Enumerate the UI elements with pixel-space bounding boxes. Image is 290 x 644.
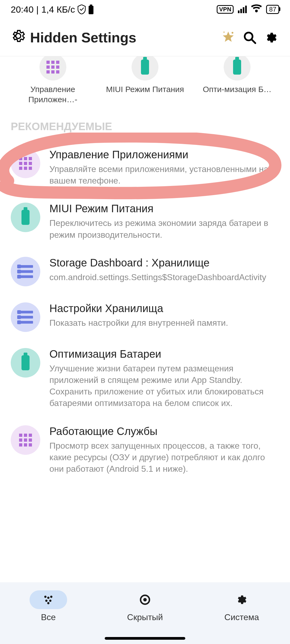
gesture-handle[interactable] (105, 637, 185, 640)
app-header: Hidden Settings (0, 19, 290, 56)
status-speed: 1,4 КБ/с (41, 4, 75, 15)
svg-rect-1 (90, 5, 92, 6)
storage-icon (11, 302, 40, 332)
nav-label: Скрытый (127, 612, 163, 622)
battery-full-icon (88, 5, 94, 14)
vpn-icon: VPN (217, 5, 234, 14)
item-desc: com.android.settings.Settings$StorageDas… (49, 272, 279, 283)
svg-point-10 (49, 599, 51, 602)
svg-rect-0 (89, 6, 93, 14)
status-bar: 20:40 | 1,4 КБ/с VPN 87 (0, 0, 290, 19)
app-title: Hidden Settings (11, 28, 215, 47)
grid-icon (11, 149, 40, 178)
nav-label: Система (224, 612, 259, 622)
shortcut-label: Управление Приложен…- (8, 84, 97, 104)
shortcut-label: Опти-мизация Б… (203, 84, 271, 94)
svg-point-7 (47, 597, 49, 599)
battery-icon (132, 56, 158, 80)
storage-icon (11, 257, 40, 286)
shortcut-app-management[interactable]: Управление Приложен…- (8, 56, 97, 104)
status-left: 20:40 | 1,4 КБ/с (11, 4, 94, 15)
item-storage-dashboard[interactable]: Storage Dashboard : Хранилище com.androi… (0, 249, 290, 294)
svg-point-6 (44, 596, 46, 598)
item-battery-optimization[interactable]: Оптимизация Батареи Улучшение жизни бата… (0, 340, 290, 417)
svg-point-11 (47, 602, 49, 604)
nav-system[interactable]: Система (223, 590, 260, 622)
svg-line-5 (251, 39, 255, 43)
grid-icon (11, 425, 40, 455)
dots-icon (30, 590, 67, 609)
battery-icon (11, 203, 40, 232)
item-desc: Показать настройки для внутренней памяти… (49, 317, 279, 329)
gear-outline-icon (11, 28, 26, 47)
shortcut-miui-power[interactable]: MIUI Режим Питания (100, 56, 190, 104)
shortcuts-row: Управление Приложен…- MIUI Режим Питания… (0, 56, 290, 110)
search-icon[interactable] (242, 30, 258, 46)
nav-hidden[interactable]: Скрытый (126, 590, 164, 622)
item-title: Настройки Хранилища (49, 302, 279, 314)
svg-point-3 (223, 31, 225, 33)
item-miui-power[interactable]: MIUI Режим Питания Переключитесь из режи… (0, 195, 290, 248)
svg-point-9 (45, 599, 47, 602)
item-desc: Переключитесь из режима экономии заряда … (49, 217, 279, 240)
battery-icon (224, 56, 251, 80)
signal-icon (238, 6, 247, 13)
target-icon (126, 590, 164, 609)
svg-point-8 (50, 596, 52, 598)
grid-icon (39, 56, 66, 80)
item-storage-settings[interactable]: Настройки Хранилища Показать настройки д… (0, 294, 290, 340)
nav-all[interactable]: Все (30, 590, 67, 622)
status-time: 20:40 (11, 4, 34, 15)
item-title: Оптимизация Батареи (49, 348, 279, 360)
item-title: Storage Dashboard : Хранилище (49, 257, 279, 269)
shortcut-battery-optimization[interactable]: Опти-мизация Б… (193, 56, 282, 104)
bottom-nav: Все Скрытый Система (0, 582, 290, 644)
gear-small-icon (223, 590, 260, 609)
shield-icon (78, 5, 86, 14)
item-title: Управление Приложениями (49, 149, 279, 161)
section-recommended: РЕКОМЕНДУЕМЫЕ (0, 110, 290, 141)
battery-level: 87 (266, 5, 279, 14)
nav-label: Все (41, 612, 56, 622)
shortcut-label: MIUI Режим Питания (106, 84, 184, 94)
item-desc: Просмотр всех запущенных процессов, а та… (49, 440, 279, 475)
item-desc: Улучшение жизни батареи путем размещения… (49, 363, 279, 409)
svg-point-2 (231, 32, 233, 34)
item-title: MIUI Режим Питания (49, 203, 279, 215)
item-running-services[interactable]: Работающие Службы Просмотр всех запущенн… (0, 417, 290, 483)
item-title: Работающие Службы (49, 425, 279, 437)
battery-icon (11, 348, 40, 378)
wifi-icon (251, 4, 262, 15)
svg-point-13 (143, 598, 147, 602)
status-right: VPN 87 (217, 4, 279, 15)
item-app-management[interactable]: Управление Приложениями Управляйте всеми… (0, 141, 290, 195)
item-desc: Управляйте всеми приложениями, установле… (49, 163, 279, 186)
gear-icon[interactable] (263, 30, 279, 46)
sparkle-star-icon[interactable] (220, 30, 236, 46)
